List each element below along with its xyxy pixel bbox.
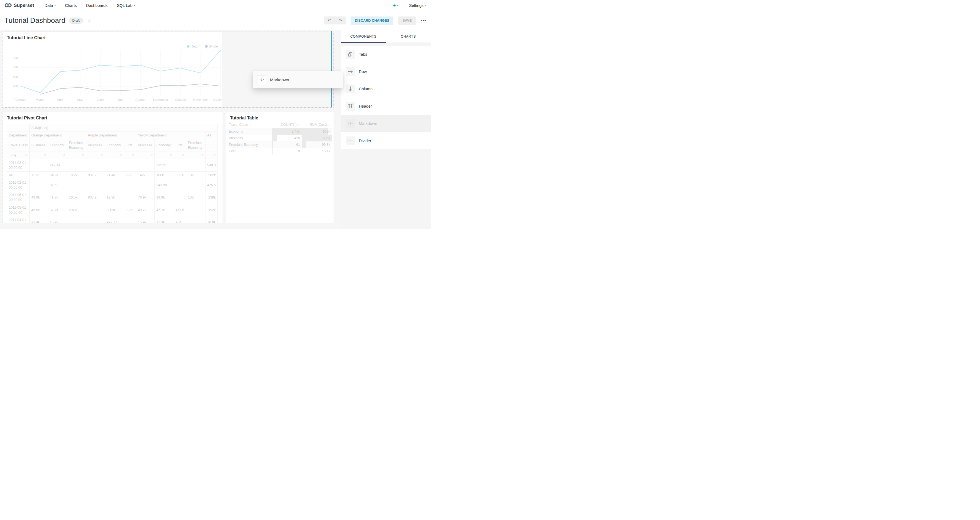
pivot-chart-card[interactable]: Tutorial Pivot Chart SUM(Cost)Department… bbox=[2, 112, 223, 223]
chart-title: Tutorial Table bbox=[230, 116, 258, 120]
sort-icon[interactable]: ⇵ bbox=[44, 153, 46, 158]
superset-logo[interactable]: Superset bbox=[5, 3, 34, 8]
sort-icon[interactable]: ⇵ bbox=[132, 153, 134, 158]
svg-text:600: 600 bbox=[13, 66, 18, 69]
sidebar-band bbox=[341, 43, 431, 46]
sort-icon[interactable]: ⇵ bbox=[25, 153, 28, 157]
column-header-sum-cost[interactable]: SUM(Cost)⇕ bbox=[302, 121, 332, 128]
svg-text:November: November bbox=[193, 98, 208, 101]
table-row: Economy2.46k602k bbox=[227, 128, 332, 135]
legend-dot bbox=[205, 45, 208, 48]
nav-item-charts[interactable]: Charts bbox=[65, 3, 77, 8]
pivot-row: 2011-02-01 00:00:0081.52343.98425.5 bbox=[7, 179, 218, 191]
header-actions: ↶ ↷ DISCARD CHANGES SAVE ••• bbox=[324, 16, 426, 25]
sidebar-component-column[interactable]: Column bbox=[341, 80, 431, 97]
sort-icon[interactable]: ⇵ bbox=[170, 153, 172, 158]
markdown-icon: </> bbox=[257, 75, 266, 84]
main-area: Tutorial Line Chart ReturnSingle 2004006… bbox=[0, 30, 431, 229]
pivot-class-col: Premium Economy bbox=[67, 139, 86, 152]
top-navbar: Superset Data▾ Charts Dashboards SQL Lab… bbox=[0, 0, 431, 11]
pivot-table: SUM(Cost)DepartmentOrange DepartmentPurp… bbox=[7, 124, 218, 223]
pivot-class-col: Economy bbox=[155, 139, 174, 152]
pivot-class-col: Business bbox=[86, 139, 105, 152]
chevron-down-icon: ▾ bbox=[54, 4, 56, 7]
sort-icon[interactable]: ⇵ bbox=[119, 153, 122, 158]
row-icon bbox=[346, 67, 355, 76]
tab-charts[interactable]: CHARTS bbox=[386, 30, 431, 43]
settings-menu[interactable]: Settings ▾ bbox=[409, 3, 426, 8]
dragged-component-label: Markdown bbox=[270, 78, 289, 82]
pivot-col-group: Purple Department bbox=[86, 132, 136, 139]
builder-sidebar: COMPONENTS CHARTS TabsRowColumnHHeader</… bbox=[340, 30, 431, 229]
sort-icon[interactable]: ⇵ bbox=[182, 153, 185, 158]
nav-menu: Data▾ Charts Dashboards SQL Lab▾ bbox=[45, 3, 135, 8]
svg-text:September: September bbox=[153, 98, 168, 101]
svg-text:December: December bbox=[213, 98, 222, 101]
pivot-row: 2011-06-01 00:00:0049.9k41.7k16.5k937.21… bbox=[7, 191, 218, 204]
dashboard-row-1[interactable]: Tutorial Line Chart ReturnSingle 2004006… bbox=[2, 32, 334, 108]
sort-icon[interactable]: ⇵ bbox=[100, 153, 103, 158]
dragged-markdown-component[interactable]: </> Markdown bbox=[253, 71, 343, 89]
divider-icon bbox=[346, 136, 355, 145]
column-icon bbox=[346, 84, 355, 94]
nav-right: + ▾ Settings ▾ bbox=[393, 3, 426, 8]
svg-text:400: 400 bbox=[13, 75, 18, 79]
table-row: Premium Economy6199.8k bbox=[227, 141, 332, 148]
tab-components[interactable]: COMPONENTS bbox=[341, 30, 386, 43]
column-header-count[interactable]: COUNT(*)⇕ bbox=[272, 121, 302, 128]
pivot-col-group: All bbox=[205, 132, 218, 139]
sort-icon[interactable]: ⇵ bbox=[82, 153, 84, 158]
dashboard-canvas: Tutorial Line Chart ReturnSingle 2004006… bbox=[0, 30, 340, 229]
chart-title: Tutorial Line Chart bbox=[7, 35, 46, 40]
table-chart-card[interactable]: Tutorial Table Travel Class⇕COUNT(*)⇕SUM… bbox=[226, 112, 334, 223]
svg-text:May: May bbox=[77, 98, 83, 101]
pivot-class-col: Economy bbox=[48, 139, 67, 152]
sort-icon[interactable]: ⇵ bbox=[213, 153, 216, 158]
sidebar-component-tabs[interactable]: Tabs bbox=[341, 46, 431, 63]
new-item-button[interactable]: + ▾ bbox=[393, 3, 398, 8]
pivot-class-col: Premium Economy bbox=[186, 139, 205, 152]
pivot-col-group: Yellow Department bbox=[136, 132, 205, 139]
pivot-class-col: Economy bbox=[105, 139, 124, 152]
legend-dot bbox=[187, 45, 189, 48]
discard-changes-button[interactable]: DISCARD CHANGES bbox=[350, 16, 393, 25]
sort-icon: ⇕ bbox=[249, 123, 251, 126]
redo-button[interactable]: ↷ bbox=[335, 16, 346, 24]
save-button[interactable]: SAVE bbox=[398, 16, 416, 25]
dashboard-row-2[interactable]: Tutorial Pivot Chart SUM(Cost)Department… bbox=[2, 112, 334, 223]
pivot-class-col: First bbox=[174, 139, 186, 152]
sidebar-component-markdown[interactable]: </>Markdown bbox=[341, 115, 431, 132]
more-options-button[interactable]: ••• bbox=[421, 18, 426, 23]
dashboard-header: Tutorial Dashboard Draft ☆ ↶ ↷ DISCARD C… bbox=[0, 11, 431, 30]
pivot-row: All117k94.9k19.2k937.221.4k92.6142k106k6… bbox=[7, 171, 218, 179]
data-table: Travel Class⇕COUNT(*)⇕SUM(Cost)⇕Economy2… bbox=[227, 121, 332, 155]
svg-text:July: July bbox=[118, 98, 123, 101]
component-list: TabsRowColumnHHeader</>MarkdownDivider bbox=[341, 46, 431, 149]
column-header-travel-class[interactable]: Travel Class⇕ bbox=[227, 121, 272, 128]
chevron-down-icon: ▾ bbox=[134, 4, 135, 7]
pivot-row: 2011-04-01 00:00:0021.4k15.2k927.7715.9k… bbox=[7, 216, 218, 223]
nav-item-dashboards[interactable]: Dashboards bbox=[86, 3, 107, 8]
sort-icon[interactable]: ⇵ bbox=[201, 153, 204, 158]
favorite-star-icon[interactable]: ☆ bbox=[87, 18, 91, 23]
svg-text:February: February bbox=[14, 98, 26, 101]
nav-item-sql-lab[interactable]: SQL Lab▾ bbox=[117, 3, 135, 8]
sidebar-component-row[interactable]: Row bbox=[341, 63, 431, 80]
pivot-row: 2011-05-01 00:00:0045.5k37.7k2.69k8.16k9… bbox=[7, 204, 218, 216]
sort-icon[interactable]: ⇵ bbox=[63, 153, 65, 158]
svg-text:June: June bbox=[97, 98, 104, 101]
sidebar-tabs: COMPONENTS CHARTS bbox=[341, 30, 431, 43]
sidebar-component-divider[interactable]: Divider bbox=[341, 132, 431, 149]
markdown-icon: </> bbox=[346, 119, 355, 128]
superset-infinity-icon bbox=[5, 3, 12, 8]
pivot-class-col: First bbox=[124, 139, 136, 152]
svg-text:October: October bbox=[175, 98, 186, 101]
sidebar-component-header[interactable]: HHeader bbox=[341, 97, 431, 115]
svg-text:800: 800 bbox=[13, 56, 18, 60]
undo-button[interactable]: ↶ bbox=[324, 16, 335, 24]
sort-icon[interactable]: ⇵ bbox=[150, 153, 153, 158]
nav-item-data[interactable]: Data▾ bbox=[45, 3, 56, 8]
pivot-row: 2011-03-01 00:00:00217.14332.21549.35 bbox=[7, 159, 218, 171]
page-title[interactable]: Tutorial Dashboard bbox=[5, 16, 65, 25]
line-chart-card[interactable]: Tutorial Line Chart ReturnSingle 2004006… bbox=[2, 32, 222, 107]
